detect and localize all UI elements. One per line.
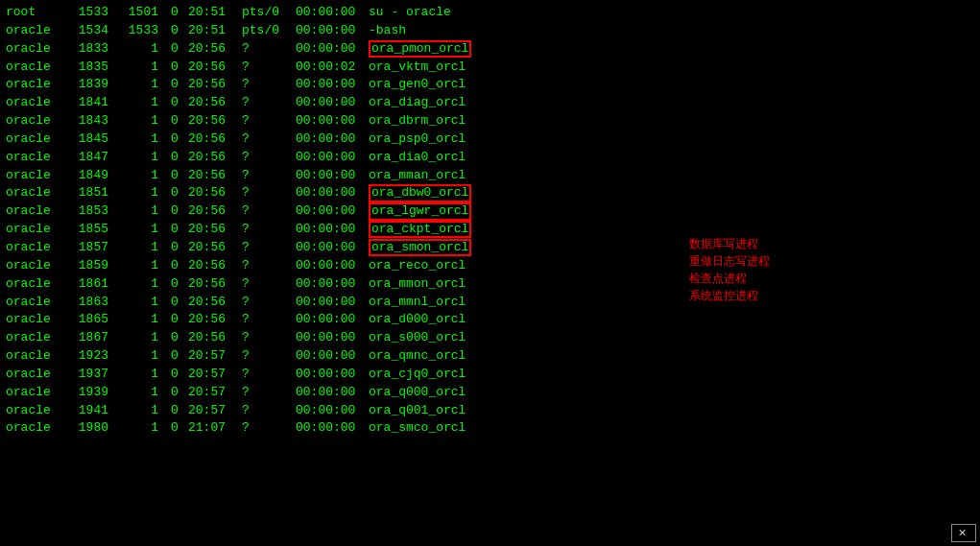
process-list: root 1533 1501 0 20:51 pts/0 00:00:00 su…	[6, 4, 974, 438]
col-elapsed: 00:00:00	[296, 419, 369, 438]
col-c: 0	[171, 22, 188, 40]
col-tty: ?	[242, 419, 296, 438]
col-cmd: ora_dia0_orcl	[369, 149, 466, 167]
col-stime: 20:51	[188, 22, 242, 40]
annotation-dbw0: 数据库写进程	[689, 236, 758, 252]
col-stime: 20:57	[188, 366, 242, 384]
col-pid: 1849	[71, 167, 121, 185]
table-row: oracle 1851 1 0 20:56 ? 00:00:00 ora_dbw…	[6, 184, 974, 202]
col-c: 0	[171, 384, 188, 402]
col-elapsed: 00:00:00	[296, 94, 369, 112]
col-user: root	[6, 4, 71, 22]
col-cmd: ora_psp0_orcl	[369, 131, 466, 149]
col-tty: ?	[242, 112, 296, 131]
col-cmd: ora_vktm_orcl	[369, 59, 466, 77]
col-cmd: ora_gen0_orcl	[369, 76, 466, 94]
col-c: 0	[171, 4, 188, 22]
col-tty: ?	[242, 275, 296, 294]
col-tty: ?	[242, 76, 296, 94]
col-tty: ?	[242, 221, 296, 239]
table-row: oracle 1859 1 0 20:56 ? 00:00:00 ora_rec…	[6, 257, 974, 275]
col-cmd: ora_mman_orcl	[369, 167, 466, 185]
col-user: oracle	[6, 221, 71, 239]
col-cmd: ora_cjq0_orcl	[369, 366, 466, 384]
col-user: oracle	[6, 59, 71, 77]
col-ppid: 1	[121, 221, 171, 239]
col-pid: 1857	[71, 239, 121, 257]
col-stime: 20:56	[188, 221, 242, 239]
table-row: oracle 1867 1 0 20:56 ? 00:00:00 ora_s00…	[6, 329, 974, 347]
col-pid: 1845	[71, 131, 121, 149]
col-ppid: 1	[121, 294, 171, 312]
col-pid: 1937	[71, 366, 121, 384]
col-elapsed: 00:00:00	[296, 167, 369, 185]
col-ppid: 1	[121, 149, 171, 167]
col-cmd: ora_q000_orcl	[369, 384, 466, 402]
col-pid: 1853	[71, 202, 121, 221]
col-user: oracle	[6, 402, 71, 420]
col-c: 0	[171, 131, 188, 149]
watermark-icon: ✕	[958, 527, 967, 538]
col-tty: ?	[242, 384, 296, 402]
col-pid: 1923	[71, 347, 121, 366]
col-cmd: ora_ckpt_orcl	[369, 221, 471, 239]
col-stime: 20:57	[188, 384, 242, 402]
col-pid: 1833	[71, 40, 121, 59]
col-cmd: ora_mmnl_orcl	[369, 294, 466, 312]
col-ppid: 1	[121, 329, 171, 347]
col-c: 0	[171, 366, 188, 384]
col-stime: 20:56	[188, 167, 242, 185]
col-c: 0	[171, 257, 188, 275]
col-pid: 1941	[71, 402, 121, 420]
col-cmd: ora_reco_orcl	[369, 257, 466, 275]
col-pid: 1851	[71, 184, 121, 202]
col-c: 0	[171, 275, 188, 294]
col-pid: 1843	[71, 112, 121, 131]
col-user: oracle	[6, 112, 71, 131]
table-row: oracle 1861 1 0 20:56 ? 00:00:00 ora_mmo…	[6, 275, 974, 294]
annotation-smon: 系统监控进程	[689, 288, 758, 304]
col-pid: 1980	[71, 419, 121, 438]
col-ppid: 1	[121, 184, 171, 202]
col-elapsed: 00:00:00	[296, 275, 369, 294]
col-c: 0	[171, 402, 188, 420]
col-stime: 20:56	[188, 202, 242, 221]
col-elapsed: 00:00:00	[296, 22, 369, 40]
col-ppid: 1533	[121, 22, 171, 40]
col-c: 0	[171, 40, 188, 59]
col-stime: 20:57	[188, 347, 242, 366]
col-stime: 20:56	[188, 131, 242, 149]
col-tty: ?	[242, 40, 296, 59]
col-tty: ?	[242, 402, 296, 420]
col-cmd: -bash	[369, 22, 406, 40]
col-user: oracle	[6, 76, 71, 94]
table-row: oracle 1855 1 0 20:56 ? 00:00:00 ora_ckp…	[6, 221, 974, 239]
col-elapsed: 00:00:02	[296, 59, 369, 77]
col-user: oracle	[6, 366, 71, 384]
table-row: oracle 1534 1533 0 20:51 pts/0 00:00:00 …	[6, 22, 974, 40]
col-tty: ?	[242, 239, 296, 257]
col-stime: 20:56	[188, 294, 242, 312]
col-c: 0	[171, 167, 188, 185]
col-elapsed: 00:00:00	[296, 202, 369, 221]
table-row: oracle 1845 1 0 20:56 ? 00:00:00 ora_psp…	[6, 131, 974, 149]
table-row: oracle 1833 1 0 20:56 ? 00:00:00 ora_pmo…	[6, 40, 974, 59]
col-user: oracle	[6, 184, 71, 202]
table-row: oracle 1941 1 0 20:57 ? 00:00:00 ora_q00…	[6, 402, 974, 420]
col-user: oracle	[6, 347, 71, 366]
col-user: oracle	[6, 257, 71, 275]
col-cmd: su - oracle	[369, 4, 451, 22]
table-row: oracle 1847 1 0 20:56 ? 00:00:00 ora_dia…	[6, 149, 974, 167]
col-stime: 20:56	[188, 275, 242, 294]
col-pid: 1847	[71, 149, 121, 167]
col-stime: 21:07	[188, 419, 242, 438]
col-tty: ?	[242, 149, 296, 167]
col-user: oracle	[6, 419, 71, 438]
col-user: oracle	[6, 294, 71, 312]
col-user: oracle	[6, 329, 71, 347]
col-user: oracle	[6, 40, 71, 59]
col-ppid: 1	[121, 347, 171, 366]
col-elapsed: 00:00:00	[296, 112, 369, 131]
annotation-ckpt: 检查点进程	[689, 271, 747, 287]
col-stime: 20:56	[188, 239, 242, 257]
